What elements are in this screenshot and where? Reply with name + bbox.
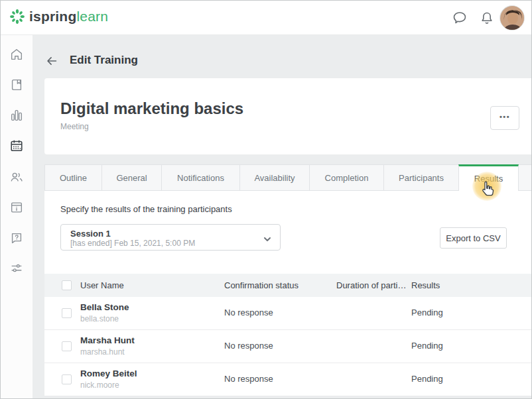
session-subtitle: [has ended] Feb 15, 2021, 5:00 PM xyxy=(70,239,195,248)
ellipsis-icon: ••• xyxy=(499,113,510,121)
training-card: Digital marketing basics Meeting ••• xyxy=(44,78,531,154)
row-checkbox[interactable] xyxy=(62,308,72,318)
info-window-icon xyxy=(9,200,24,215)
table-row[interactable]: Romey Beitel nick.moore No response Pend… xyxy=(44,363,531,396)
column-results[interactable]: Results xyxy=(411,280,440,290)
tab-participants[interactable]: Participants xyxy=(383,164,459,191)
training-subtitle: Meeting xyxy=(60,122,89,131)
training-title: Digital marketing basics xyxy=(60,99,243,118)
panel-description: Specify the results of the training part… xyxy=(60,204,232,214)
tab-label: Participants xyxy=(399,173,444,183)
select-all-checkbox[interactable] xyxy=(62,280,72,290)
sidebar-item-users[interactable] xyxy=(9,170,24,184)
back-arrow-icon[interactable] xyxy=(44,54,59,68)
cell-username: nick.moore xyxy=(80,380,119,390)
sidebar-item-home[interactable] xyxy=(9,47,24,62)
tab-results[interactable]: Results xyxy=(458,164,519,191)
tab-label: Availability xyxy=(254,173,295,183)
tab-notifications[interactable]: Notifications xyxy=(161,164,240,191)
column-confirmation[interactable]: Confirmation status xyxy=(224,280,299,290)
column-user-name[interactable]: User Name xyxy=(80,280,124,290)
home-icon xyxy=(9,47,24,62)
cell-username: bella.stone xyxy=(80,314,119,323)
cell-confirmation: No response xyxy=(224,374,273,384)
cell-confirmation: No response xyxy=(224,308,273,317)
sidebar-item-courses[interactable] xyxy=(9,78,24,92)
cell-confirmation: No response xyxy=(224,341,273,351)
cell-results[interactable]: Pending xyxy=(411,374,443,384)
logo-product: learn xyxy=(76,9,108,24)
bar-chart-icon xyxy=(9,108,24,123)
tab-partial[interactable] xyxy=(518,164,532,191)
tab-label: Outline xyxy=(60,173,87,183)
book-icon xyxy=(9,78,24,92)
flower-icon xyxy=(9,9,25,25)
cell-results[interactable]: Pending xyxy=(411,341,443,351)
more-actions-button[interactable]: ••• xyxy=(490,106,519,130)
page-title: Edit Training xyxy=(70,54,138,67)
table-row[interactable]: Marsha Hunt marsha.hunt No response Pend… xyxy=(44,330,531,363)
top-bar: ispringlearn xyxy=(1,1,531,35)
row-checkbox[interactable] xyxy=(62,374,72,384)
chevron-down-icon xyxy=(263,234,271,242)
tab-completion[interactable]: Completion xyxy=(309,164,384,191)
chat-bubble-icon[interactable] xyxy=(452,10,468,26)
people-icon xyxy=(9,170,24,184)
table-row[interactable]: Bella Stone bella.stone No response Pend… xyxy=(44,297,531,330)
sliders-icon xyxy=(9,261,24,276)
cell-user-name: Bella Stone xyxy=(80,302,129,312)
export-csv-label: Export to CSV xyxy=(446,233,500,243)
row-checkbox[interactable] xyxy=(62,341,72,351)
sidebar-item-settings[interactable] xyxy=(9,261,24,276)
cell-username: marsha.hunt xyxy=(80,347,125,357)
sidebar-item-reports[interactable] xyxy=(9,108,24,123)
tab-label: Results xyxy=(474,174,503,184)
results-panel: Specify the results of the training part… xyxy=(44,191,531,396)
tab-label: Completion xyxy=(325,173,369,183)
tab-availability[interactable]: Availability xyxy=(239,164,310,191)
tab-label: Notifications xyxy=(177,173,224,183)
session-title: Session 1 xyxy=(70,229,111,239)
export-csv-button[interactable]: Export to CSV xyxy=(440,227,507,249)
calendar-icon xyxy=(9,139,24,153)
user-avatar[interactable] xyxy=(499,5,525,30)
cell-results[interactable]: Pending xyxy=(411,308,443,317)
tab-general[interactable]: General xyxy=(101,164,162,191)
cell-user-name: Romey Beitel xyxy=(80,369,137,378)
column-duration[interactable]: Duration of parti… xyxy=(336,280,407,290)
sidebar-item-calendar[interactable] xyxy=(9,139,24,153)
help-bubble-icon xyxy=(9,231,24,245)
sidebar-item-help[interactable] xyxy=(9,231,24,245)
tab-label: General xyxy=(116,173,147,183)
app-window: ispringlearn xyxy=(0,0,532,399)
logo-brand: ispring xyxy=(29,9,76,24)
table-header: User Name Confirmation status Duration o… xyxy=(44,274,531,297)
sidebar-item-info[interactable] xyxy=(9,200,24,215)
bell-icon[interactable] xyxy=(479,10,495,26)
session-dropdown[interactable]: Session 1 [has ended] Feb 15, 2021, 5:00… xyxy=(60,224,281,251)
tab-outline[interactable]: Outline xyxy=(44,164,102,191)
sidebar-nav xyxy=(1,35,33,398)
ispring-learn-logo[interactable]: ispringlearn xyxy=(9,9,108,25)
cell-user-name: Marsha Hunt xyxy=(80,335,135,345)
